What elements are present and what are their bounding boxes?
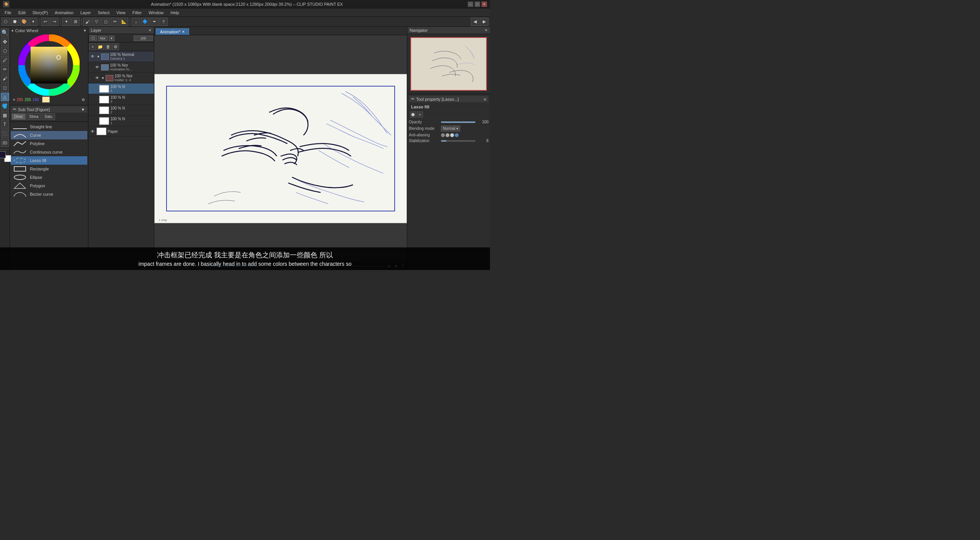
menu-animation[interactable]: Animation xyxy=(52,10,77,16)
menu-window[interactable]: Window xyxy=(145,10,167,16)
menu-file[interactable]: File xyxy=(2,10,15,16)
tb-eraser[interactable]: ◻ xyxy=(101,18,110,26)
navigator-thumbnail[interactable] xyxy=(410,37,487,91)
layer-frame1[interactable]: 100 % N 1 xyxy=(88,116,154,126)
color-wheel-svg[interactable] xyxy=(18,34,80,96)
tb-ruler[interactable]: 📐 xyxy=(120,18,128,26)
color-wheel[interactable] xyxy=(18,34,80,96)
layer-blend-mode-sel[interactable]: Nor xyxy=(98,36,108,41)
color-preview[interactable] xyxy=(42,97,50,103)
close-button[interactable]: ✕ xyxy=(482,2,487,7)
tool-eyedropper[interactable]: 🖊 xyxy=(1,56,9,64)
color-swatches[interactable] xyxy=(0,151,11,162)
tb-transform[interactable]: ⬟ xyxy=(11,18,19,26)
layer-camera[interactable]: 👁 ▼ 100 % Normal Camera 1 xyxy=(88,51,154,62)
layer-blend-mode[interactable]: ⬡ xyxy=(90,35,97,41)
tool-item-straightline[interactable]: Straight line xyxy=(11,123,87,131)
tool-item-lasso[interactable]: Lasso fill xyxy=(11,156,87,165)
tool-zoom[interactable]: 🔍 xyxy=(1,28,9,37)
tool-selection[interactable]: ⬡ xyxy=(1,47,9,55)
tb-pen[interactable]: ✏ xyxy=(111,18,119,26)
tool-item-polyline[interactable]: Polyline xyxy=(11,139,87,148)
subtool-tab-direct[interactable]: Direc xyxy=(11,113,26,120)
tool-pen[interactable]: ✏ xyxy=(1,65,9,74)
menu-story[interactable]: Story(P) xyxy=(29,10,51,16)
tb-brush[interactable]: 🖌 xyxy=(83,18,91,26)
menu-view[interactable]: View xyxy=(113,10,129,16)
tool-prop-options[interactable]: ≡ xyxy=(484,97,486,101)
aa-dot-4[interactable] xyxy=(455,133,459,137)
tb-select-tool[interactable]: ⬡ xyxy=(2,18,10,26)
menu-select[interactable]: Select xyxy=(95,10,113,16)
aa-dot-3[interactable] xyxy=(450,133,454,137)
maximize-button[interactable]: □ xyxy=(475,2,480,7)
subtool-tab-stream[interactable]: Strea xyxy=(26,113,41,120)
menu-edit[interactable]: Edit xyxy=(15,10,29,16)
tb-color-picker[interactable]: 🎨 xyxy=(20,18,28,26)
foreground-color-swatch[interactable] xyxy=(0,151,6,158)
tool-sub-icon-1[interactable]: ⬟ xyxy=(410,111,416,118)
animation-tab[interactable]: Animation* ✕ xyxy=(156,28,189,35)
layer-eye-camera[interactable]: 👁 xyxy=(90,54,95,59)
new-folder-btn[interactable]: 📁 xyxy=(97,43,104,50)
tool-text[interactable]: T xyxy=(1,120,9,129)
layer-expand-folder1[interactable]: ▼ xyxy=(101,76,105,80)
tb-help[interactable]: ? xyxy=(159,18,168,26)
new-layer-btn[interactable]: + xyxy=(89,43,96,50)
tool-3d[interactable]: 3D xyxy=(1,139,9,147)
blending-dropdown[interactable]: Normal ▾ xyxy=(441,126,460,131)
layer-folder1[interactable]: 👁 ▼ 100 % Nor Folder 1: 4 xyxy=(88,73,154,83)
layer-blend-dropdown[interactable]: ▾ xyxy=(109,36,114,41)
layer-eye-folder1[interactable]: 👁 xyxy=(95,75,100,81)
tb-scroll-right[interactable]: ▶ xyxy=(480,18,488,26)
tb-scroll-left[interactable]: ◀ xyxy=(471,18,479,26)
layer-expand-camera[interactable]: ▼ xyxy=(96,55,100,59)
navigator-close[interactable]: ✕ xyxy=(485,28,488,32)
tool-brush[interactable]: 🖌 xyxy=(1,74,9,83)
layer-panel-close[interactable]: ✕ xyxy=(149,28,152,32)
tb-pen2[interactable]: ✒ xyxy=(150,18,158,26)
tb-select-all[interactable]: ⊞ xyxy=(71,18,80,26)
tool-item-polygon[interactable]: Polygon xyxy=(11,182,87,190)
tb-transform-mode[interactable]: ✦ xyxy=(62,18,70,26)
layer-options-btn[interactable]: ⚙ xyxy=(112,43,119,50)
tb-undo[interactable]: ↩ xyxy=(41,18,49,26)
tool-figure[interactable]: △ xyxy=(1,93,9,101)
delete-layer-btn[interactable]: 🗑 xyxy=(105,43,111,50)
tool-item-ellipse[interactable]: Ellipse xyxy=(11,173,87,182)
tool-item-bezier[interactable]: Bezier curve xyxy=(11,190,87,198)
color-options-btn[interactable]: ⚙ xyxy=(82,98,85,102)
tool-gradient[interactable]: ▦ xyxy=(1,111,9,119)
tool-move[interactable]: ✥ xyxy=(1,38,9,46)
tool-sub-icon-2[interactable]: + xyxy=(417,111,423,118)
menu-layer[interactable]: Layer xyxy=(77,10,94,16)
tool-item-curve[interactable]: Curve xyxy=(11,131,87,139)
canvas-container[interactable]: 1 smp xyxy=(154,35,407,262)
tool-fill[interactable]: 🪣 xyxy=(1,102,9,110)
tb-lasso[interactable]: ⬦ xyxy=(132,18,140,26)
layer-frame3[interactable]: 100 % N 3 xyxy=(88,94,154,105)
tb-magic[interactable]: 🔷 xyxy=(141,18,149,26)
tb-dropdown[interactable]: ▾ xyxy=(29,18,38,26)
tool-frame[interactable]: ⬛ xyxy=(1,129,9,138)
subtool-tab-satu[interactable]: Satu xyxy=(42,113,55,120)
layer-opacity-bar[interactable]: 100 xyxy=(134,36,153,41)
layer-frame4[interactable]: 100 % N 4 xyxy=(88,83,154,94)
tb-redo[interactable]: ↪ xyxy=(50,18,59,26)
layer-eye-paper[interactable]: 👁 xyxy=(90,129,95,134)
menu-help[interactable]: Help xyxy=(167,10,182,16)
drawing-canvas[interactable]: 1 smp xyxy=(154,74,407,223)
opacity-slider[interactable] xyxy=(441,121,475,123)
minimize-button[interactable]: – xyxy=(468,2,473,7)
aa-dot-2[interactable] xyxy=(446,133,449,137)
tool-item-rectangle[interactable]: Rectangle xyxy=(11,165,87,173)
layer-animfolder[interactable]: 👁 100 % Nor Animation fo... xyxy=(88,62,154,73)
tool-eraser[interactable]: ◻ xyxy=(1,83,9,92)
subtool-menu-btn[interactable]: ▼ xyxy=(81,107,85,112)
layer-paper[interactable]: 👁 Paper xyxy=(88,126,154,137)
layer-frame2[interactable]: 100 % N 2 xyxy=(88,105,154,116)
animation-tab-close[interactable]: ✕ xyxy=(182,30,185,34)
layer-eye-animfolder[interactable]: 👁 xyxy=(95,65,100,70)
stabilization-slider[interactable] xyxy=(441,140,475,142)
aa-dot-1[interactable] xyxy=(441,133,445,137)
